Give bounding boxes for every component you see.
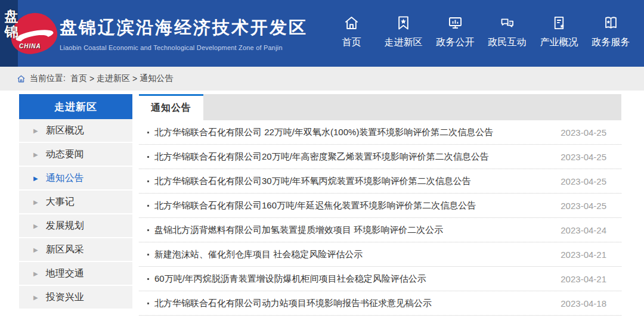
home-icon — [343, 15, 360, 31]
chevron-right-icon: ▶ — [33, 223, 38, 229]
sidebar-item[interactable]: ▶ 投资兴业 — [19, 286, 132, 310]
site-title: 盘锦辽滨沿海经济技术开发区 — [60, 16, 308, 40]
main-nav: 首页 走进新区 政务公开 政民互动 产业概况 — [326, 15, 637, 49]
nav-item-label: 政民互动 — [488, 36, 527, 49]
chevron-right-icon: ▶ — [33, 175, 38, 182]
breadcrumb-prefix: 当前位置: — [30, 73, 66, 84]
site-logo[interactable]: 盘 锦 CHINA — [1, 6, 58, 62]
notice-row[interactable]: 北方华锦联合石化有限公司 22万吨/年双氧水(100%)装置环境影响评价第二次信… — [139, 120, 621, 145]
nav-item-label: 走进新区 — [385, 36, 423, 49]
content-area: 走进新区 ▶ 新区概况 ▶ 动态要闻 ▶ 通知公告 ▶ — [19, 94, 621, 316]
home-icon — [17, 74, 26, 83]
breadcrumb-link[interactable]: 首页 — [70, 73, 87, 84]
sidebar-menu: ▶ 新区概况 ▶ 动态要闻 ▶ 通知公告 ▶ 大事记 — [19, 119, 132, 310]
chevron-right-icon: ▶ — [33, 294, 38, 301]
monitor-chart-icon — [447, 15, 463, 31]
tab-strip: 通知公告 — [139, 94, 621, 120]
breadcrumb-link[interactable]: 走进新区 — [97, 73, 130, 84]
nav-item[interactable]: 政务服务 — [585, 15, 637, 49]
notice-date: 2023-04-25 — [561, 152, 606, 162]
logo-characters: 盘 锦 — [3, 8, 20, 39]
bullet-icon — [147, 205, 149, 207]
bullet-icon — [147, 254, 149, 256]
chevron-right-icon: ▶ — [33, 247, 38, 253]
sidebar-item[interactable]: ▶ 动态要闻 — [19, 143, 132, 167]
sidebar-item-label: 发展规划 — [46, 220, 84, 232]
document-star-icon — [551, 15, 567, 31]
notice-row[interactable]: 北方华锦联合石化有限公司动力站项目环境影响报告书征求意见稿公示 2023-04-… — [139, 291, 621, 316]
notice-date: 2023-04-24 — [561, 225, 606, 235]
nav-item[interactable]: 走进新区 — [377, 15, 429, 49]
site-subtitle-en: Liaobin Coastal Economic and Technologic… — [60, 44, 308, 51]
chevron-right-icon: ▶ — [33, 151, 38, 158]
book-star-icon — [603, 15, 619, 31]
notice-row[interactable]: 盘锦北方沥背燃料有限公司加氢装置提质增效项目 环境影响评价二次公示 2023-0… — [139, 218, 621, 242]
notice-row[interactable]: 北方华锦联合石化有限公司20万吨/年高密度聚乙烯装置环境影响评价第二次信息公告 … — [139, 145, 621, 169]
notice-row[interactable]: 新建泡沫站、催化剂仓库项目 社会稳定风险评估公示 2023-04-21 — [139, 242, 621, 267]
notice-date: 2023-04-21 — [561, 250, 606, 260]
main-panel: 通知公告 北方华锦联合石化有限公司 22万吨/年双氧水(100%)装置环境影响评… — [139, 94, 621, 316]
header-titles: 盘锦辽滨沿海经济技术开发区 Liaobin Coastal Economic a… — [60, 16, 308, 51]
sidebar-item-label: 投资兴业 — [46, 291, 84, 304]
nav-item[interactable]: 政民互动 — [481, 15, 533, 49]
nav-item[interactable]: 政务公开 — [429, 15, 481, 49]
notice-row[interactable]: 北方华锦联合石化有限公司30万吨/年环氧丙烷装置环境影响评价第二次信息公告 20… — [139, 169, 621, 194]
sidebar-item-label: 动态要闻 — [46, 148, 84, 161]
notice-title[interactable]: 北方华锦联合石化有限公司160万吨/年延迟焦化装置环境影响评价第二次信息公告 — [147, 200, 476, 211]
sidebar-item[interactable]: ▶ 地理交通 — [19, 262, 132, 286]
breadcrumb-separator: > — [132, 74, 137, 83]
bullet-icon — [147, 303, 149, 304]
sidebar-item[interactable]: ▶ 新区风采 — [19, 238, 132, 262]
site-header: 盘 锦 CHINA 盘锦辽滨沿海经济技术开发区 Liaobin Coastal … — [0, 0, 644, 67]
notice-date: 2023-04-25 — [561, 176, 606, 186]
sidebar-header: 走进新区 — [19, 94, 132, 119]
notice-title[interactable]: 北方华锦联合石化有限公司30万吨/年环氧丙烷装置环境影响评价第二次信息公告 — [147, 176, 471, 187]
notice-title[interactable]: 北方华锦联合石化有限公司动力站项目环境影响报告书征求意见稿公示 — [147, 298, 432, 309]
sidebar-item-label: 地理交通 — [46, 267, 84, 280]
bullet-icon — [147, 229, 149, 231]
breadcrumb-link[interactable]: 通知公告 — [140, 73, 173, 84]
sidebar-item-label: 通知公告 — [46, 172, 84, 185]
chevron-right-icon: ▶ — [33, 270, 38, 277]
notice-title[interactable]: 北方华锦联合石化有限公司 22万吨/年双氧水(100%)装置环境影响评价第二次信… — [147, 127, 493, 138]
notice-title[interactable]: 盘锦北方沥背燃料有限公司加氢装置提质增效项目 环境影响评价二次公示 — [147, 225, 443, 236]
notice-title[interactable]: 60万吨/年丙烷脱沥青装置增设防爆机柜间项目社会稳定风险评估公示 — [147, 273, 426, 285]
nav-item[interactable]: 产业概况 — [533, 15, 585, 49]
sidebar-item-label: 大事记 — [46, 196, 75, 208]
notice-title[interactable]: 新建泡沫站、催化剂仓库项目 社会稳定风险评估公示 — [147, 249, 363, 260]
sidebar-item[interactable]: ▶ 大事记 — [19, 191, 132, 214]
notice-date: 2023-04-21 — [561, 274, 606, 284]
breadcrumb: 当前位置: 首页 > 走进新区 > 通知公告 — [0, 67, 644, 91]
sidebar-item[interactable]: ▶ 新区概况 — [19, 119, 132, 143]
notice-title[interactable]: 北方华锦联合石化有限公司20万吨/年高密度聚乙烯装置环境影响评价第二次信息公告 — [147, 151, 489, 163]
sidebar-item-label: 新区风采 — [46, 244, 84, 256]
chat-bubbles-icon — [499, 15, 515, 31]
bullet-icon — [147, 156, 149, 158]
bookmark-star-icon — [395, 15, 411, 31]
chevron-right-icon: ▶ — [33, 199, 38, 205]
notice-date: 2023-04-25 — [561, 127, 606, 138]
chevron-right-icon: ▶ — [33, 127, 38, 134]
notice-date: 2023-04-25 — [561, 201, 606, 211]
nav-item-label: 政务公开 — [436, 36, 475, 49]
nav-item-label: 政务服务 — [592, 36, 630, 49]
nav-item-label: 产业概况 — [540, 36, 578, 49]
nav-item-label: 首页 — [342, 36, 361, 49]
bullet-icon — [147, 278, 149, 280]
sidebar-item[interactable]: ▶ 发展规划 — [19, 214, 132, 238]
sidebar: 走进新区 ▶ 新区概况 ▶ 动态要闻 ▶ 通知公告 ▶ — [19, 94, 132, 310]
sidebar-item[interactable]: ▶ 通知公告 — [19, 167, 132, 191]
breadcrumb-separator: > — [89, 74, 94, 83]
tab-notices[interactable]: 通知公告 — [139, 94, 203, 120]
notice-list: 北方华锦联合石化有限公司 22万吨/年双氧水(100%)装置环境影响评价第二次信… — [139, 120, 621, 316]
bullet-icon — [147, 180, 149, 182]
nav-item[interactable]: 首页 — [326, 15, 377, 49]
bullet-icon — [147, 132, 149, 133]
notice-row[interactable]: 北方华锦联合石化有限公司160万吨/年延迟焦化装置环境影响评价第二次信息公告 2… — [139, 194, 621, 218]
notice-date: 2023-04-18 — [561, 298, 606, 309]
notice-row[interactable]: 60万吨/年丙烷脱沥青装置增设防爆机柜间项目社会稳定风险评估公示 2023-04… — [139, 267, 621, 291]
logo-caption: CHINA — [19, 43, 41, 49]
breadcrumb-trail: 首页 > 走进新区 > 通知公告 — [70, 73, 173, 84]
sidebar-item-label: 新区概况 — [46, 124, 84, 137]
